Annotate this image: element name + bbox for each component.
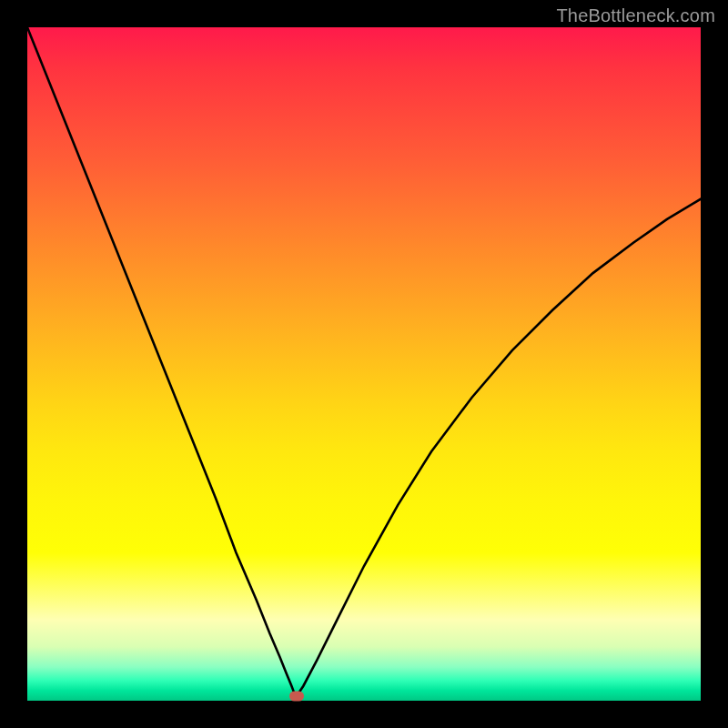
watermark-text: TheBottleneck.com <box>556 5 715 26</box>
plot-area <box>27 27 701 701</box>
optimum-marker <box>289 691 304 701</box>
curve-svg <box>27 27 701 701</box>
bottleneck-curve <box>27 27 701 696</box>
chart-frame: TheBottleneck.com <box>0 0 728 728</box>
